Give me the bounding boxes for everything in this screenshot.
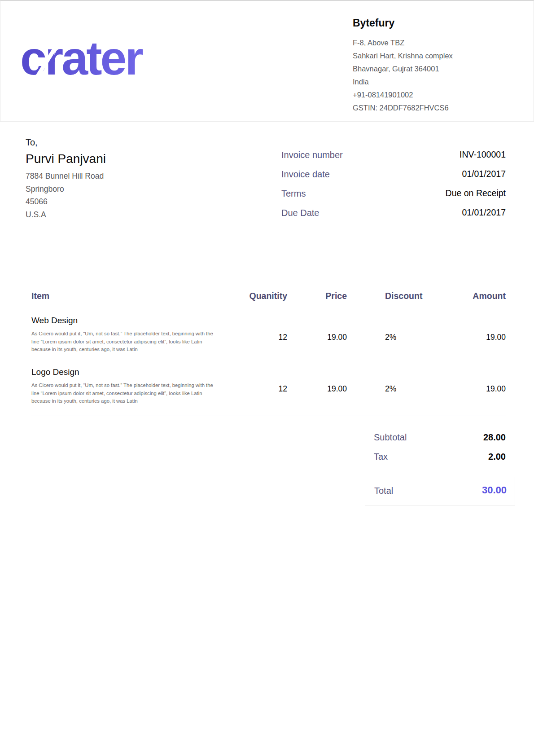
item-amount: 19.00 (486, 333, 506, 342)
invoice-header: crater Bytefury F-8, Above TBZ Sahkari H… (0, 0, 534, 122)
company-address-line: Bhavnagar, Gujrat 364001 (353, 62, 514, 75)
customer-name: Purvi Panjvani (26, 152, 214, 166)
subtotal-value: 28.00 (483, 432, 506, 443)
column-header-amount: Amount (473, 291, 506, 301)
invoice-number-label: Invoice number (281, 150, 343, 160)
item-price: 19.00 (327, 333, 347, 342)
terms-row: Terms Due on Receipt (281, 189, 506, 208)
table-row: Logo Design As Cicero would put it, “Um,… (0, 367, 534, 417)
company-address-line: F-8, Above TBZ (353, 36, 514, 49)
due-date-value: 01/01/2017 (462, 207, 506, 218)
crater-logo-text: crater (20, 24, 231, 92)
column-header-quantity: Quanitity (249, 291, 287, 301)
subtotal-label: Subtotal (374, 432, 407, 443)
items-table-header: Item Quanitity Price Discount Amount (0, 291, 534, 304)
company-gstin: GSTIN: 24DDF7682FHVCS6 (353, 101, 514, 114)
company-address-line: Sahkari Hart, Krishna complex (353, 49, 514, 62)
crater-logo: crater (20, 24, 231, 96)
invoice-number-row: Invoice number INV-100001 (281, 150, 506, 169)
table-bottom-divider (31, 416, 506, 416)
table-row: Web Design As Cicero would put it, “Um, … (0, 316, 534, 365)
item-discount: 2% (385, 333, 396, 342)
tax-row: Tax 2.00 (0, 452, 534, 465)
company-name: Bytefury (353, 17, 514, 29)
invoice-meta-block: Invoice number INV-100001 Invoice date 0… (281, 150, 506, 227)
customer-address-line: U.S.A (26, 208, 214, 221)
due-date-label: Due Date (281, 208, 320, 218)
item-name: Logo Design (31, 367, 79, 377)
tax-label: Tax (374, 452, 388, 462)
company-info-block: Bytefury F-8, Above TBZ Sahkari Hart, Kr… (353, 17, 514, 114)
invoice-date-value: 01/01/2017 (462, 169, 506, 179)
total-box: Total 30.00 (365, 477, 515, 505)
item-price: 19.00 (327, 384, 347, 394)
subtotal-row: Subtotal 28.00 (0, 432, 534, 446)
column-header-price: Price (325, 291, 347, 301)
customer-address-line: 45066 (26, 195, 214, 208)
company-address-line: India (353, 75, 514, 88)
total-value: 30.00 (482, 484, 507, 496)
item-discount: 2% (385, 384, 396, 394)
item-description: As Cicero would put it, “Um, not so fast… (31, 330, 219, 354)
item-amount: 19.00 (486, 384, 506, 394)
customer-address-line: Springboro (26, 183, 214, 196)
bill-to-label: To, (26, 137, 214, 148)
item-description: As Cicero would put it, “Um, not so fast… (31, 382, 219, 405)
invoice-page: crater Bytefury F-8, Above TBZ Sahkari H… (0, 0, 534, 756)
item-quantity: 12 (279, 333, 287, 342)
item-quantity: 12 (279, 384, 287, 394)
bill-to-block: To, Purvi Panjvani 7884 Bunnel Hill Road… (26, 137, 214, 221)
due-date-row: Due Date 01/01/2017 (281, 208, 506, 227)
item-name: Web Design (31, 316, 78, 325)
column-header-item: Item (31, 291, 220, 301)
company-phone: +91-08141901002 (353, 88, 514, 101)
tax-value: 2.00 (488, 452, 506, 462)
invoice-date-label: Invoice date (281, 169, 330, 180)
invoice-number-value: INV-100001 (460, 149, 506, 160)
invoice-date-row: Invoice date 01/01/2017 (281, 169, 506, 189)
total-label: Total (374, 486, 393, 496)
terms-value: Due on Receipt (446, 188, 506, 198)
terms-label: Terms (281, 189, 306, 199)
customer-address-line: 7884 Bunnel Hill Road (26, 170, 214, 183)
column-header-discount: Discount (385, 291, 422, 301)
